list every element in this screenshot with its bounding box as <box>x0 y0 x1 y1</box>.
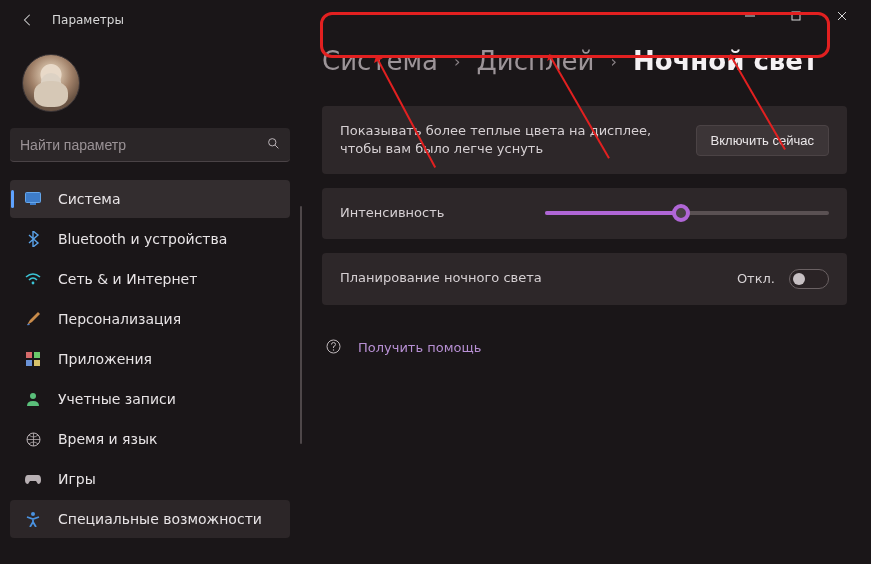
sidebar-item-label: Bluetooth и устройства <box>58 231 227 247</box>
brush-icon <box>24 310 42 328</box>
bluetooth-icon <box>24 230 42 248</box>
scroll-indicator <box>300 206 302 444</box>
night-light-description: Показывать более теплые цвета на дисплее… <box>340 122 670 158</box>
search-icon <box>267 137 280 153</box>
breadcrumb-nightlight: Ночной свет <box>633 46 818 76</box>
sidebar-item-label: Учетные записи <box>58 391 176 407</box>
svg-point-11 <box>30 393 36 399</box>
card-intensity: Интенсивность <box>322 188 847 238</box>
sidebar-item-accessibility[interactable]: Специальные возможности <box>10 500 290 538</box>
svg-rect-9 <box>26 360 32 366</box>
intensity-slider[interactable] <box>545 211 829 215</box>
svg-rect-1 <box>792 12 800 20</box>
monitor-icon <box>24 190 42 208</box>
svg-point-13 <box>31 512 35 516</box>
chevron-right-icon: › <box>610 52 616 71</box>
turn-on-now-button[interactable]: Включить сейчас <box>696 125 829 156</box>
sidebar-item-accounts[interactable]: Учетные записи <box>10 380 290 418</box>
help-icon <box>326 339 344 357</box>
sidebar-item-label: Персонализация <box>58 311 181 327</box>
svg-point-15 <box>333 349 334 350</box>
schedule-state: Откл. <box>737 271 775 286</box>
nav-list: Система Bluetooth и устройства Сеть & и … <box>10 180 290 538</box>
search-input[interactable] <box>20 137 267 153</box>
sidebar-item-personalization[interactable]: Персонализация <box>10 300 290 338</box>
sidebar-item-bluetooth[interactable]: Bluetooth и устройства <box>10 220 290 258</box>
sidebar-item-label: Система <box>58 191 120 207</box>
sidebar: Система Bluetooth и устройства Сеть & и … <box>0 40 300 564</box>
sidebar-item-apps[interactable]: Приложения <box>10 340 290 378</box>
accessibility-icon <box>24 510 42 528</box>
svg-point-6 <box>32 282 35 285</box>
chevron-right-icon: › <box>454 52 460 71</box>
svg-line-3 <box>275 145 278 148</box>
svg-point-2 <box>269 138 276 145</box>
get-help-link[interactable]: Получить помощь <box>358 340 481 355</box>
svg-rect-10 <box>34 360 40 366</box>
clock-globe-icon <box>24 430 42 448</box>
sidebar-item-label: Сеть & и Интернет <box>58 271 197 287</box>
avatar[interactable] <box>22 54 80 112</box>
close-button[interactable] <box>819 0 865 32</box>
breadcrumb: Система › Дисплей › Ночной свет <box>308 40 847 84</box>
schedule-label: Планирование ночного света <box>340 269 542 287</box>
sidebar-item-network[interactable]: Сеть & и Интернет <box>10 260 290 298</box>
breadcrumb-system[interactable]: Система <box>322 46 438 76</box>
card-schedule: Планирование ночного света Откл. <box>322 253 847 305</box>
minimize-button[interactable] <box>727 0 773 32</box>
maximize-button[interactable] <box>773 0 819 32</box>
wifi-icon <box>24 270 42 288</box>
apps-icon <box>24 350 42 368</box>
breadcrumb-display[interactable]: Дисплей <box>476 46 594 76</box>
schedule-toggle[interactable] <box>789 269 829 289</box>
svg-rect-5 <box>30 203 36 205</box>
sidebar-item-gaming[interactable]: Игры <box>10 460 290 498</box>
back-button[interactable] <box>12 4 44 36</box>
intensity-label: Интенсивность <box>340 204 444 222</box>
sidebar-item-label: Приложения <box>58 351 152 367</box>
window-title: Параметры <box>52 13 124 27</box>
gamepad-icon <box>24 470 42 488</box>
svg-rect-7 <box>26 352 32 358</box>
search-box[interactable] <box>10 128 290 162</box>
sidebar-item-time-language[interactable]: Время и язык <box>10 420 290 458</box>
svg-rect-4 <box>26 193 41 203</box>
sidebar-item-system[interactable]: Система <box>10 180 290 218</box>
slider-thumb[interactable] <box>672 204 690 222</box>
content-area: Система › Дисплей › Ночной свет Показыва… <box>300 40 871 564</box>
sidebar-item-label: Время и язык <box>58 431 157 447</box>
card-description: Показывать более теплые цвета на дисплее… <box>322 106 847 174</box>
person-icon <box>24 390 42 408</box>
svg-rect-8 <box>34 352 40 358</box>
sidebar-item-label: Игры <box>58 471 96 487</box>
sidebar-item-label: Специальные возможности <box>58 511 262 527</box>
